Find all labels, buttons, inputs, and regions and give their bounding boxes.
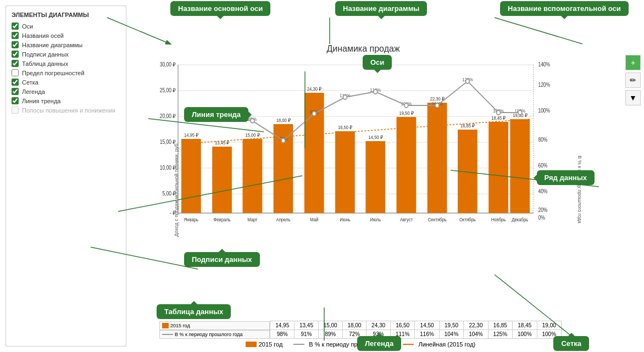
checklist-checkbox[interactable] — [12, 41, 19, 48]
table-cell: 19,50 — [439, 321, 463, 330]
svg-rect-29 — [243, 139, 263, 213]
legend-label-pct: В % к периоду прошлого года — [309, 341, 392, 348]
table-cell: 89% — [318, 330, 342, 339]
checklist-item: Предел погрешностей — [12, 69, 120, 76]
table-cell: 100% — [513, 330, 537, 339]
table-cell: 18,00 — [342, 321, 367, 330]
toolbar-filter-btn[interactable]: ▼ — [625, 90, 641, 105]
svg-text:16,50 ₽: 16,50 ₽ — [338, 124, 352, 130]
table-cell: 111% — [390, 330, 414, 339]
table-row2-label: В % к периоду прошлого года — [175, 332, 243, 337]
svg-text:0%: 0% — [538, 215, 545, 221]
checklist-item: Подписи данных — [12, 51, 120, 58]
data-table: 2015 год 14,95 13,45 15,00 18,00 24,30 1… — [159, 321, 562, 339]
toolbar-edit-btn[interactable]: ✏ — [625, 72, 641, 88]
legend-label-2015: 2015 год — [259, 341, 283, 348]
checklist-title: ЭЛЕМЕНТЫ ДИАГРАММЫ — [12, 12, 120, 18]
table-cell: 15,00 — [318, 321, 342, 330]
toolbar-add-btn[interactable]: + — [625, 55, 641, 70]
svg-text:20,00 ₽: 20,00 ₽ — [160, 113, 176, 119]
svg-text:Апрель: Апрель — [276, 216, 291, 222]
checklist-panel: ЭЛЕМЕНТЫ ДИАГРАММЫ ОсиНазвания осейНазва… — [5, 5, 126, 347]
svg-rect-43 — [458, 130, 478, 213]
checklist-checkbox[interactable] — [12, 23, 19, 30]
svg-text:Октябрь: Октябрь — [459, 216, 476, 222]
checklist-label: Линия тренда — [22, 98, 60, 104]
svg-rect-39 — [397, 117, 417, 213]
svg-point-62 — [220, 116, 224, 120]
svg-line-73 — [181, 119, 530, 144]
svg-text:Декабрь: Декабрь — [512, 216, 528, 222]
svg-rect-25 — [181, 139, 201, 213]
legend-label-trend: Линейная (2015 год) — [418, 341, 475, 348]
annotation-chart-title: Название диаграммы — [335, 1, 427, 16]
checklist-label: Подписи данных — [22, 51, 69, 58]
table-cell: 93% — [367, 330, 391, 339]
y-axis-left-label: Доход с продаж мобильной техники, руб. — [174, 142, 179, 237]
svg-rect-37 — [365, 141, 385, 213]
checklist-checkbox[interactable] — [12, 51, 19, 58]
svg-text:Август: Август — [400, 216, 413, 222]
checklist-item: Полосы повышения и понижения — [12, 107, 120, 114]
table-cell: 24,30 — [367, 321, 391, 330]
svg-text:15,00 ₽: 15,00 ₽ — [245, 132, 259, 138]
annotation-aux-axis: Название вспомогательной оси — [500, 1, 629, 16]
svg-text:60%: 60% — [538, 163, 547, 169]
legend-color-trend — [403, 344, 414, 345]
checklist-checkbox[interactable] — [12, 60, 19, 67]
svg-text:Май: Май — [310, 216, 318, 222]
svg-point-68 — [404, 103, 408, 108]
checklist-item: Легенда — [12, 88, 120, 95]
svg-point-64 — [281, 138, 285, 143]
checklist-item: Линия тренда — [12, 97, 120, 104]
svg-text:Февраль: Февраль — [214, 216, 231, 222]
table-cell: 14,50 — [415, 321, 439, 330]
table-row1-label: 2015 год — [170, 323, 190, 328]
table-cell: 14,95 — [270, 321, 295, 330]
table-cell: 116% — [415, 330, 439, 339]
table-cell: 100% — [537, 330, 562, 339]
checklist-checkbox[interactable] — [12, 32, 19, 39]
svg-text:25,00 ₽: 25,00 ₽ — [160, 87, 176, 93]
legend-item-pct: В % к периоду прошлого года — [293, 341, 392, 348]
checklist-label: Название диаграммы — [22, 42, 82, 48]
svg-rect-41 — [428, 103, 447, 213]
svg-text:19,50 ₽: 19,50 ₽ — [399, 110, 413, 116]
svg-text:100%: 100% — [538, 108, 550, 114]
table-cell: 19,00 — [537, 321, 562, 330]
svg-point-63 — [251, 119, 254, 123]
legend-color-pct — [293, 344, 304, 345]
table-cell: 16,85 — [488, 321, 512, 330]
legend-item-trend: Линейная (2015 год) — [403, 341, 475, 348]
svg-text:Январь: Январь — [184, 216, 198, 222]
svg-point-72 — [518, 110, 522, 115]
checklist-item: Оси — [12, 23, 120, 30]
annotation-main-axis: Название основной оси — [170, 1, 270, 16]
svg-text:Июнь: Июнь — [340, 216, 350, 222]
svg-text:14,50 ₽: 14,50 ₽ — [368, 134, 382, 140]
checklist-checkbox[interactable] — [12, 69, 19, 76]
svg-text:14,95 ₽: 14,95 ₽ — [184, 132, 198, 138]
checklist-checkbox[interactable] — [12, 107, 19, 114]
legend-color-2015 — [246, 342, 257, 347]
chart-svg: 30,00 ₽ 25,00 ₽ 20,00 ₽ 15,00 ₽ 10,00 ₽ … — [159, 59, 562, 235]
table-cell: 104% — [439, 330, 463, 339]
checklist-checkbox[interactable] — [12, 97, 19, 104]
chart-title: Динамика продаж — [170, 44, 556, 54]
svg-point-71 — [497, 110, 501, 115]
svg-text:Март: Март — [247, 216, 257, 222]
data-table-container: 2015 год 14,95 13,45 15,00 18,00 24,30 1… — [159, 320, 562, 339]
checklist-label: Названия осей — [22, 32, 64, 39]
table-cell: 13,45 — [295, 321, 319, 330]
svg-text:80%: 80% — [538, 137, 547, 143]
checklist-checkbox[interactable] — [12, 88, 19, 95]
svg-text:18,45 ₽: 18,45 ₽ — [491, 115, 506, 121]
checklist-label: Сетка — [22, 79, 38, 86]
svg-text:24,30 ₽: 24,30 ₽ — [307, 86, 321, 92]
svg-text:140%: 140% — [538, 62, 550, 68]
checklist-item: Названия осей — [12, 32, 120, 39]
checklist-item: Сетка — [12, 79, 120, 86]
svg-point-70 — [466, 79, 470, 83]
checklist-checkbox[interactable] — [12, 79, 19, 86]
svg-rect-45 — [488, 122, 508, 213]
